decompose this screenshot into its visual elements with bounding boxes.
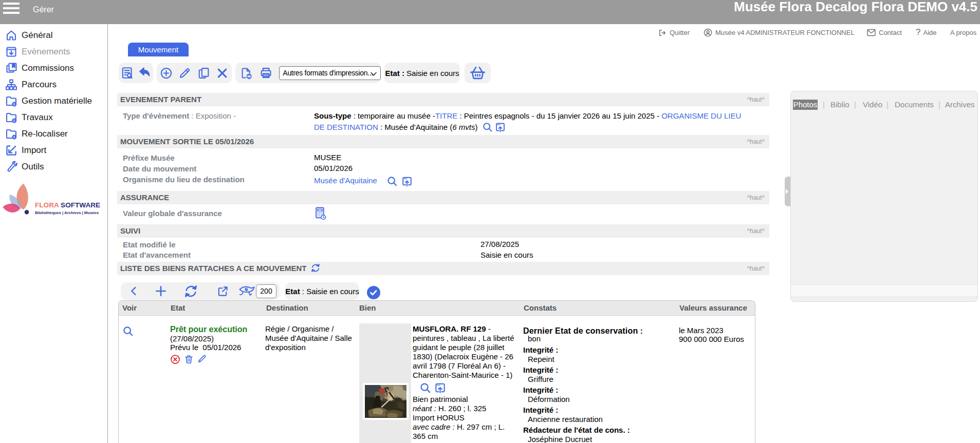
svg-text:FLORA SOFTWARE: FLORA SOFTWARE	[35, 201, 100, 209]
svg-text:Bibliothèques | Archives | Mus: Bibliothèques | Archives | Musées	[35, 210, 99, 215]
